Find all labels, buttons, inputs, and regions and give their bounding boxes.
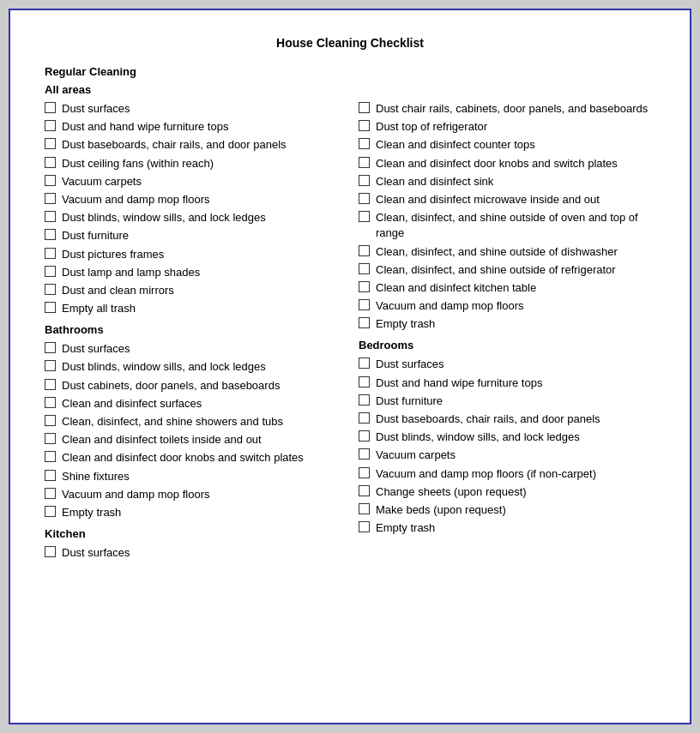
checkbox[interactable] [359, 299, 370, 310]
item-text: Clean and disinfect door knobs and switc… [62, 450, 341, 466]
list-item: Dust and clean mirrors [45, 283, 341, 298]
item-text: Clean and disinfect surfaces [62, 396, 341, 412]
list-item: Dust furniture [359, 394, 655, 409]
checkbox[interactable] [359, 120, 370, 131]
checkbox[interactable] [359, 211, 370, 222]
checkbox[interactable] [359, 467, 370, 478]
checkbox[interactable] [359, 317, 370, 328]
checkbox[interactable] [359, 245, 370, 256]
item-text: Dust surfaces [376, 357, 655, 372]
list-item: Dust surfaces [359, 357, 655, 372]
item-text: Dust baseboards, chair rails, and door p… [62, 137, 341, 153]
checkbox[interactable] [359, 263, 370, 274]
checkbox[interactable] [359, 430, 370, 442]
item-text: Clean, disinfect, and shine showers and … [62, 414, 341, 430]
item-text: Clean, disinfect, and shine outside of d… [376, 244, 655, 260]
item-text: Dust lamp and lamp shades [62, 265, 341, 280]
all-areas-label: All areas [45, 83, 655, 96]
list-item: Clean and disinfect counter tops [359, 137, 655, 153]
list-item: Clean and disinfect door knobs and switc… [359, 156, 655, 171]
item-text: Vacuum carpets [376, 448, 655, 463]
item-text: Clean, disinfect, and shine outside of r… [376, 262, 655, 278]
item-text: Dust cabinets, door panels, and baseboar… [62, 378, 341, 394]
checkbox[interactable] [45, 175, 56, 186]
item-text: Dust pictures frames [62, 247, 341, 262]
list-item: Empty trash [359, 316, 655, 332]
list-item: Dust chair rails, cabinets, door panels,… [359, 101, 655, 117]
checkbox[interactable] [359, 485, 370, 496]
checkbox[interactable] [359, 102, 370, 113]
all-areas-right-col: Dust chair rails, cabinets, door panels,… [359, 101, 655, 568]
checkbox[interactable] [45, 284, 56, 295]
checkbox[interactable] [359, 503, 370, 514]
checkbox[interactable] [45, 506, 56, 517]
checkbox[interactable] [45, 342, 56, 353]
list-item: Dust blinds, window sills, and lock ledg… [359, 430, 655, 445]
checkbox[interactable] [45, 266, 56, 277]
checkbox[interactable] [45, 470, 56, 481]
item-text: Empty all trash [62, 301, 341, 316]
checkbox[interactable] [45, 138, 56, 149]
item-text: Dust top of refrigerator [376, 119, 655, 135]
list-item: Clean and disinfect sink [359, 174, 655, 189]
checkbox[interactable] [45, 379, 56, 390]
checkbox[interactable] [45, 211, 56, 222]
regular-cleaning-label: Regular Cleaning [45, 65, 655, 78]
item-text: Dust and clean mirrors [62, 283, 341, 298]
checkbox[interactable] [359, 521, 370, 532]
checkbox[interactable] [359, 175, 370, 186]
item-text: Clean and disinfect door knobs and switc… [376, 156, 655, 171]
checkbox[interactable] [45, 248, 56, 259]
checkbox[interactable] [45, 302, 56, 313]
list-item: Vacuum carpets [45, 174, 341, 189]
list-item: Dust baseboards, chair rails, and door p… [359, 412, 655, 427]
list-item: Dust blinds, window sills, and lock ledg… [45, 210, 341, 225]
list-item: Vacuum and damp mop floors [359, 298, 655, 314]
checkbox[interactable] [359, 193, 370, 204]
checkbox[interactable] [45, 433, 56, 444]
checkbox[interactable] [359, 357, 370, 369]
item-text: Vacuum and damp mop floors [376, 298, 655, 314]
checkbox[interactable] [45, 120, 56, 131]
list-item: Dust surfaces [45, 341, 341, 357]
checkbox[interactable] [359, 376, 370, 388]
checkbox[interactable] [359, 157, 370, 168]
list-item: Dust baseboards, chair rails, and door p… [45, 137, 341, 153]
list-item: Clean and disinfect microwave inside and… [359, 192, 655, 207]
checkbox[interactable] [45, 397, 56, 408]
checkbox[interactable] [359, 394, 370, 406]
list-item: Clean, disinfect, and shine outside of r… [359, 262, 655, 278]
checkbox[interactable] [45, 360, 56, 371]
checkbox[interactable] [45, 102, 56, 113]
checkbox[interactable] [45, 546, 56, 557]
list-item: Dust and hand wipe furniture tops [359, 376, 655, 391]
checkbox[interactable] [45, 415, 56, 426]
bedrooms-list: Dust surfacesDust and hand wipe furnitur… [359, 357, 655, 536]
list-item: Vacuum and damp mop floors [45, 192, 341, 207]
item-text: Dust ceiling fans (within reach) [62, 156, 341, 171]
list-item: Clean and disinfect door knobs and switc… [45, 450, 341, 466]
item-text: Clean and disinfect microwave inside and… [376, 192, 655, 207]
item-text: Empty trash [62, 505, 341, 520]
list-item: Dust cabinets, door panels, and baseboar… [45, 378, 341, 394]
list-item: Dust surfaces [45, 545, 341, 561]
list-item: Clean and disinfect kitchen table [359, 280, 655, 296]
checkbox[interactable] [359, 138, 370, 149]
checkbox[interactable] [45, 193, 56, 204]
checkbox[interactable] [359, 448, 370, 460]
checkbox[interactable] [45, 488, 56, 499]
item-text: Change sheets (upon request) [376, 484, 655, 500]
item-text: Dust chair rails, cabinets, door panels,… [376, 101, 655, 117]
list-item: Clean, disinfect, and shine showers and … [45, 414, 341, 430]
checkbox[interactable] [45, 229, 56, 240]
checkbox[interactable] [359, 412, 370, 424]
list-item: Make beds (upon request) [359, 502, 655, 518]
list-item: Dust furniture [45, 228, 341, 243]
list-item: Dust pictures frames [45, 247, 341, 262]
checkbox[interactable] [359, 281, 370, 292]
list-item: Shine fixtures [45, 469, 341, 484]
checkbox[interactable] [45, 451, 56, 462]
kitchen-label: Kitchen [45, 527, 341, 540]
list-item: Dust lamp and lamp shades [45, 265, 341, 280]
checkbox[interactable] [45, 157, 56, 168]
